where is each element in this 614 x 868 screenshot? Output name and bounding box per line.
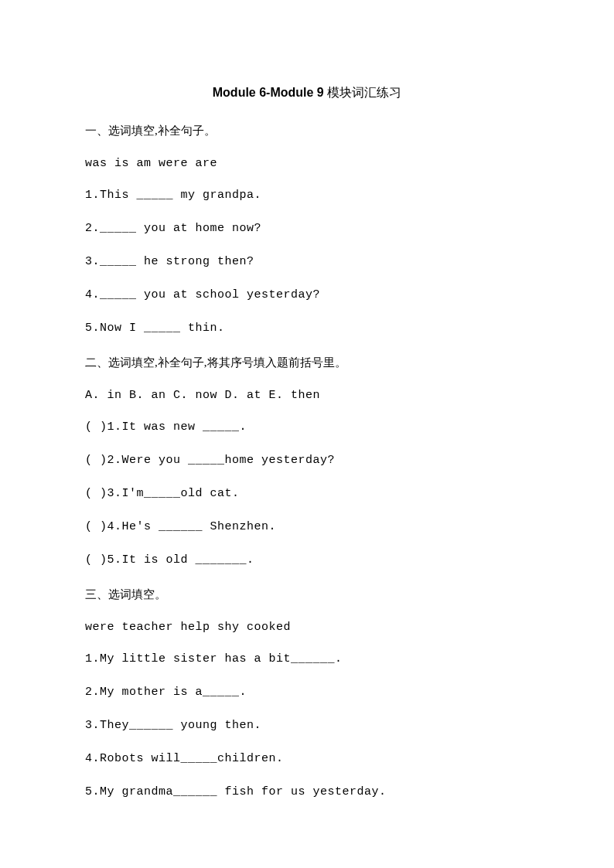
section2-item: ( )3.I'm_____old cat.	[85, 485, 529, 502]
section3-heading: 三、选词填空。	[85, 585, 529, 604]
section2-item: ( )2.Were you _____home yesterday?	[85, 452, 529, 468]
title-chinese: 模块词汇练习	[327, 86, 401, 99]
section2-heading: 二、选词填空,补全句子,将其序号填入题前括号里。	[85, 353, 529, 372]
section2-wordbank: A. in B. an C. now D. at E. then	[85, 389, 529, 402]
title-english: Module 6-Module 9	[213, 86, 327, 99]
section1-heading: 一、选词填空,补全句子。	[85, 121, 529, 140]
section3-item: 2.My mother is a_____.	[85, 684, 529, 700]
section3-item: 5.My grandma______ fish for us yesterday…	[85, 784, 529, 800]
section2-item: ( )4.He's ______ Shenzhen.	[85, 519, 529, 535]
section1-item: 2._____ you at home now?	[85, 220, 529, 237]
page-title: Module 6-Module 9 模块词汇练习	[85, 85, 529, 101]
section2-item: ( )5.It is old _______.	[85, 552, 529, 568]
section1-item: 3._____ he strong then?	[85, 254, 529, 270]
section1-item: 5.Now I _____ thin.	[85, 320, 529, 336]
section3-item: 1.My little sister has a bit______.	[85, 651, 529, 667]
section3-item: 4.Robots will_____children.	[85, 751, 529, 767]
section3-wordbank: were teacher help shy cooked	[85, 621, 529, 634]
section1-item: 1.This _____ my grandpa.	[85, 187, 529, 203]
section1-item: 4._____ you at school yesterday?	[85, 287, 529, 303]
section1-wordbank: was is am were are	[85, 157, 529, 170]
section3-item: 3.They______ young then.	[85, 717, 529, 734]
section2-item: ( )1.It was new _____.	[85, 419, 529, 435]
